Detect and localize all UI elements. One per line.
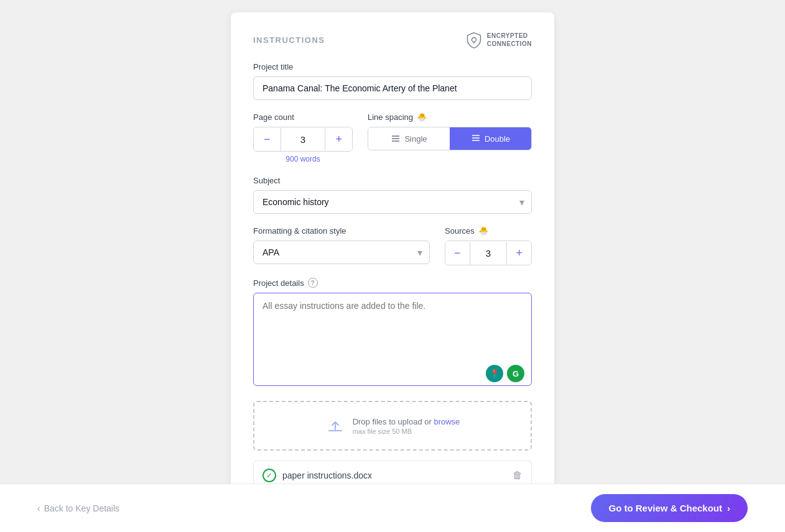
subject-label: Subject [253,176,532,185]
shield-icon [465,31,483,48]
project-title-label: Project title [253,62,532,71]
page-count-stepper: − 3 + [253,127,353,152]
project-details-label: Project details ? [253,278,532,288]
page-count-increment[interactable]: + [325,127,352,151]
project-title-group: Project title [253,62,532,100]
subject-group: Subject Economic history History Economi… [253,176,532,214]
file-delete-btn[interactable]: 🗑 [513,470,523,481]
sources-label: Sources 🐣 [445,226,532,236]
grammarly-icon-btn[interactable]: G [507,365,524,382]
drop-zone[interactable]: Drop files to upload or browse max file … [253,401,532,451]
format-section: Formatting & citation style APA MLA Chic… [253,226,430,264]
checkout-button[interactable]: Go to Review & Checkout › [591,494,748,522]
bottom-bar: ‹ Back to Key Details Go to Review & Che… [0,484,785,532]
upload-icon [325,416,345,436]
project-details-container: 📍 G [253,293,532,388]
sources-value: 3 [470,242,508,265]
page-count-section: Page count − 3 + 900 words [253,112,353,163]
line-spacing-label: Line spacing 🐣 [368,112,532,122]
sources-decrement[interactable]: − [445,241,470,265]
page-count-value: 3 [281,128,326,151]
single-lines-icon [391,134,401,144]
sources-stepper: − 3 + [445,241,532,265]
pin-icon-btn[interactable]: 📍 [486,365,503,382]
svg-point-0 [471,38,476,42]
double-spacing-btn[interactable]: Double [450,127,531,150]
section-title: INSTRUCTIONS [253,35,325,45]
project-details-help-icon: ? [308,278,318,288]
format-label: Formatting & citation style [253,226,430,236]
page-count-label: Page count [253,112,353,122]
checkout-chevron-icon: › [727,503,730,513]
double-lines-icon [471,134,481,144]
drop-zone-subtext: max file size 50 MB [353,428,460,435]
sources-section: Sources 🐣 − 3 + [445,226,532,265]
word-count: 900 words [253,155,353,163]
sources-increment[interactable]: + [507,241,531,265]
back-button[interactable]: ‹ Back to Key Details [37,503,119,513]
encrypted-badge: ENCRYPTEDCONNECTION [465,31,532,48]
project-title-input[interactable] [253,76,532,100]
subject-select[interactable]: Economic history History Economics Polit… [253,190,532,214]
line-spacing-section: Line spacing 🐣 Single [368,112,532,150]
details-icons: 📍 G [486,365,524,382]
single-spacing-btn[interactable]: Single [368,127,450,150]
encrypted-text: ENCRYPTEDCONNECTION [487,32,532,48]
page-count-decrement[interactable]: − [254,127,281,151]
format-select[interactable]: APA MLA Chicago Harvard [253,241,430,264]
format-select-wrapper: APA MLA Chicago Harvard ▾ [253,241,430,264]
project-details-group: Project details ? 📍 G [253,278,532,388]
browse-link[interactable]: browse [434,417,460,426]
file-check-icon: ✓ [262,469,276,482]
file-name: paper instructions.docx [282,470,506,480]
drop-zone-text: Drop files to upload or browse [353,417,460,426]
spacing-toggle: Single Double [368,127,532,150]
subject-select-wrapper: Economic history History Economics Polit… [253,190,532,214]
sources-info-icon: 🐣 [478,226,488,236]
line-spacing-info-icon: 🐣 [417,112,427,122]
back-chevron-icon: ‹ [37,503,40,513]
